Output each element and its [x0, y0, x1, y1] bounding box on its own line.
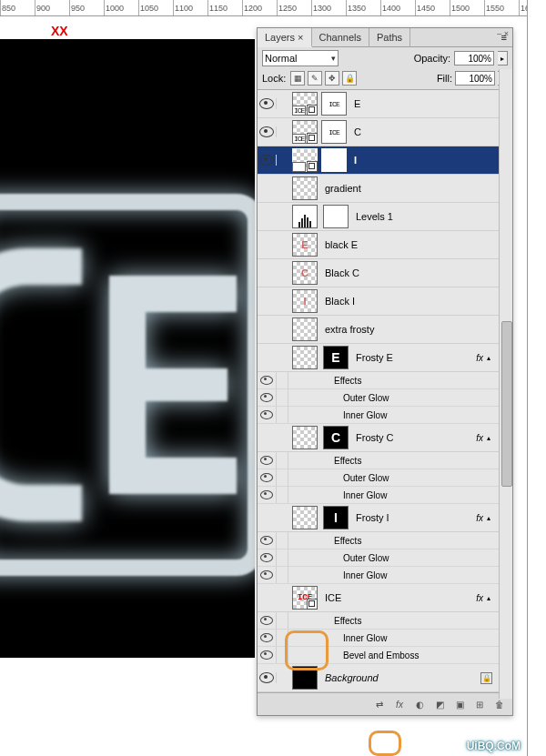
layer-thumb[interactable]: C — [292, 261, 318, 285]
layer-name[interactable]: black E — [319, 239, 500, 250]
fill-input[interactable]: 100% — [455, 71, 495, 86]
adjustment-layer-icon[interactable]: ◩ — [432, 698, 447, 711]
panel-window-controls[interactable]: – × — [497, 29, 509, 38]
eye-icon[interactable] — [260, 650, 273, 660]
layer-name[interactable]: Frosty E — [350, 352, 476, 363]
layer-thumb[interactable] — [292, 148, 318, 172]
effect-bevel[interactable]: Bevel and Emboss — [258, 647, 500, 664]
layer-mask-thumb[interactable] — [323, 205, 349, 228]
link-layers-icon[interactable]: ⇄ — [372, 698, 387, 711]
layer-row-levels[interactable]: Levels 1 — [258, 203, 500, 231]
layer-row-frosty-c[interactable]: C Frosty C fx ▴ — [258, 424, 500, 452]
new-layer-icon[interactable]: ⊞ — [472, 698, 487, 711]
tab-channels[interactable]: Channels — [312, 28, 369, 46]
fx-collapse-icon[interactable]: ▴ — [487, 354, 500, 362]
layer-name[interactable]: Levels 1 — [350, 211, 500, 222]
layer-thumb[interactable] — [292, 92, 318, 116]
eye-icon[interactable] — [260, 456, 273, 465]
layer-row-black-e[interactable]: E black E — [258, 231, 500, 259]
eye-icon[interactable] — [260, 633, 273, 642]
eye-icon[interactable] — [260, 536, 273, 545]
fx-collapse-icon[interactable]: ▴ — [487, 434, 500, 442]
visibility-toggle[interactable] — [258, 672, 277, 683]
layer-thumb[interactable] — [292, 426, 318, 449]
visibility-toggle[interactable] — [258, 155, 277, 166]
lock-position-icon[interactable]: ✥ — [325, 71, 339, 86]
lock-transparency-icon[interactable]: ▦ — [290, 71, 305, 86]
scrollbar-thumb[interactable] — [501, 321, 512, 487]
layer-thumb[interactable] — [292, 318, 318, 341]
layer-thumb[interactable] — [292, 176, 318, 200]
effect-outer-glow[interactable]: Outer Glow — [258, 469, 500, 487]
layer-name[interactable]: Black C — [319, 267, 500, 278]
layer-row-i[interactable]: ICE I — [258, 146, 500, 175]
effect-inner-glow[interactable]: Inner Glow — [258, 567, 500, 584]
layer-row-frosty-e[interactable]: E Frosty E fx ▴ — [258, 344, 500, 372]
fx-collapse-icon[interactable]: ▴ — [487, 594, 500, 602]
effects-header[interactable]: Effects — [258, 372, 500, 389]
effect-inner-glow[interactable]: Inner Glow — [258, 407, 500, 424]
visibility-toggle[interactable] — [258, 126, 277, 137]
layer-thumb[interactable]: E — [292, 233, 318, 257]
layer-name[interactable]: extra frosty — [319, 324, 500, 335]
eye-icon[interactable] — [260, 473, 273, 482]
lock-all-icon[interactable]: 🔒 — [342, 71, 357, 86]
layer-row-background[interactable]: Background 🔒 — [258, 664, 500, 692]
layer-row-extra-frosty[interactable]: extra frosty — [258, 316, 500, 344]
eye-icon[interactable] — [260, 490, 273, 499]
effects-header[interactable]: Effects — [258, 452, 500, 469]
lock-pixels-icon[interactable]: ✎ — [308, 71, 322, 86]
tab-paths[interactable]: Paths — [369, 28, 410, 46]
document-canvas[interactable] — [0, 39, 255, 658]
layer-name[interactable]: Frosty I — [350, 512, 476, 523]
eye-icon[interactable] — [260, 376, 273, 385]
layer-thumb[interactable] — [292, 506, 318, 529]
effects-header[interactable]: Effects — [258, 532, 500, 549]
layer-name[interactable]: ICE — [319, 592, 476, 603]
eye-icon[interactable] — [260, 553, 273, 562]
layer-mask-thumb[interactable]: C — [323, 426, 349, 449]
effect-inner-glow[interactable]: Inner Glow — [258, 630, 500, 647]
layer-row-c[interactable]: ICE C — [258, 118, 500, 146]
layer-thumb[interactable] — [292, 666, 318, 690]
layer-thumb[interactable]: I — [292, 289, 318, 313]
fx-collapse-icon[interactable]: ▴ — [487, 514, 500, 522]
layer-mask-thumb[interactable]: ICE — [321, 120, 347, 144]
layer-name[interactable]: gradient — [319, 183, 500, 194]
layer-row-frosty-i[interactable]: I Frosty I fx ▴ — [258, 504, 500, 532]
eye-icon[interactable] — [260, 570, 273, 580]
eye-icon[interactable] — [260, 410, 273, 419]
effect-outer-glow[interactable]: Outer Glow — [258, 389, 500, 407]
layer-mask-thumb[interactable]: I — [323, 506, 349, 529]
trash-icon[interactable]: 🗑 — [492, 698, 507, 711]
adjustment-thumb[interactable] — [292, 205, 318, 228]
layer-name[interactable]: E — [349, 98, 500, 109]
eye-icon[interactable] — [260, 616, 273, 625]
layer-name[interactable]: C — [349, 126, 500, 137]
effect-outer-glow[interactable]: Outer Glow — [258, 549, 500, 567]
layer-thumb[interactable] — [292, 120, 318, 144]
layer-row-gradient[interactable]: gradient — [258, 175, 500, 203]
blend-mode-select[interactable]: Normal — [262, 50, 339, 66]
opacity-input[interactable]: 100% — [454, 51, 494, 66]
opacity-flyout-icon[interactable]: ▸ — [498, 51, 508, 66]
layer-row-black-i[interactable]: I Black I — [258, 287, 500, 316]
layer-name[interactable]: Background — [319, 672, 480, 683]
effects-header[interactable]: Effects — [258, 612, 500, 630]
layer-row-ice[interactable]: ICE ICE fx ▴ — [258, 584, 500, 612]
layer-name[interactable]: I — [349, 155, 500, 166]
layer-mask-thumb[interactable]: E — [323, 346, 349, 369]
visibility-toggle[interactable] — [258, 98, 277, 109]
layer-mask-thumb[interactable]: ICE — [321, 148, 347, 172]
layer-row-black-c[interactable]: C Black C — [258, 259, 500, 287]
layer-mask-thumb[interactable]: ICE — [321, 92, 347, 116]
fx-icon[interactable]: fx — [392, 698, 407, 711]
layer-thumb[interactable]: ICE — [292, 586, 318, 610]
add-mask-icon[interactable]: ◐ — [412, 698, 427, 711]
eye-icon[interactable] — [260, 393, 273, 402]
layer-name[interactable]: Black I — [319, 296, 500, 307]
layer-thumb[interactable] — [292, 346, 318, 369]
group-icon[interactable]: ▣ — [452, 698, 467, 711]
layers-list[interactable]: ICE E ICE C ICE I gradient — [258, 90, 512, 692]
scrollbar[interactable] — [499, 90, 512, 692]
